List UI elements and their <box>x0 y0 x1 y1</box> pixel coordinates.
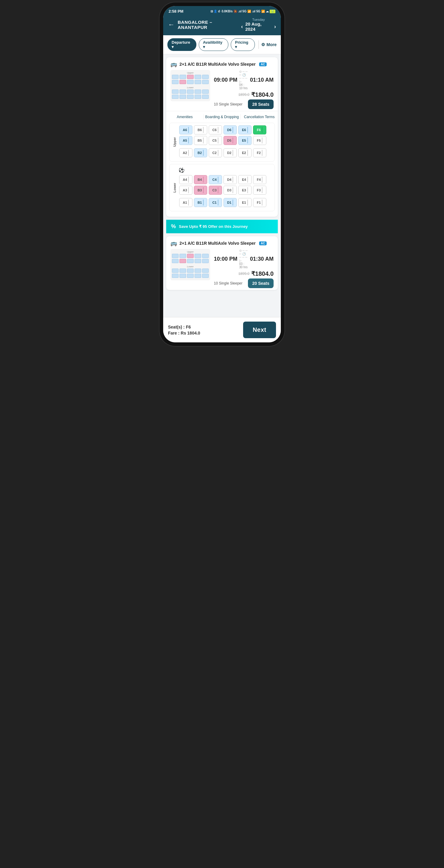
offer-icon: % <box>171 223 176 230</box>
seat-E2[interactable]: E2 <box>238 148 251 157</box>
bottom-seat-info: Seat(s) : F6 <box>168 324 200 330</box>
bottom-fare-value: Rs 1804.0 <box>181 331 200 336</box>
single-sleeper-label-1: Single Sleeper <box>219 102 242 106</box>
seat-C4[interactable]: C4 <box>209 175 222 184</box>
seat-B4-ladies[interactable]: B4 <box>194 175 207 184</box>
seat-E5[interactable]: E5 <box>238 136 251 145</box>
seat-F2[interactable]: F2 <box>253 148 266 157</box>
status-bar: 2:58 PM ⊟ 👤 d ·3.0KB/s 🔕 .ul 5G 📶 .ul 5G… <box>163 6 281 16</box>
availability-filter[interactable]: Availibility ▾ <box>199 38 229 51</box>
single-sleeper-count-2: 10 <box>214 281 218 285</box>
route-title: BANGALORE – ANANTAPUR <box>178 20 241 30</box>
seat-D3[interactable]: D3 <box>224 186 237 195</box>
seats-button-2[interactable]: 20 Seats <box>248 278 273 288</box>
more-button[interactable]: ⚙ More <box>261 42 276 47</box>
header: ← BANGALORE – ANANTAPUR Tuesday ‹ 20 Aug… <box>163 16 281 35</box>
seat-A3[interactable]: A3 <box>179 186 193 195</box>
arrive-time-2: 01:30 AM <box>250 256 273 262</box>
arrive-time-1: 01:10 AM <box>250 77 273 83</box>
single-sleeper-count-1: 10 <box>214 102 218 106</box>
seat-E6[interactable]: E6 <box>238 125 251 134</box>
seat-A5[interactable]: A5 <box>179 136 193 145</box>
seat-E3[interactable]: E3 <box>238 186 251 195</box>
seat-B5[interactable]: B5 <box>194 136 207 145</box>
discounted-price-1: ₹1804.0 <box>251 91 273 98</box>
content-area: 🚌 2+1 A/C B11R MultiAxle Volvo Sleeper A… <box>163 54 281 317</box>
duration-1: 04 : 10 hrs <box>239 83 248 90</box>
soccer-icon: ⚽ <box>179 167 185 173</box>
depart-time-2: 10:00 PM <box>214 256 237 262</box>
seat-F5[interactable]: F5 <box>253 136 266 145</box>
bottom-info: Seat(s) : F6 Fare : Rs 1804.0 <box>168 324 200 336</box>
filter-bar: Departure ▾ Availibility ▾ Pricing ▾ ⚙ M… <box>163 35 281 54</box>
bus-name-2: 2+1 A/C B11R MultiAxle Volvo Sleeper <box>179 241 256 246</box>
next-button[interactable]: Next <box>243 321 276 338</box>
cancellation-tab[interactable]: Cancellation Terms <box>241 114 278 120</box>
seat-A2[interactable]: A2 <box>179 148 193 157</box>
bottom-seat-value: F6 <box>186 324 190 330</box>
discounted-price-2: ₹1804.0 <box>251 270 273 277</box>
bus-card-2: 🚌 2+1 A/C B11R MultiAxle Volvo Sleeper A… <box>166 236 278 290</box>
seat-A4[interactable]: A4 <box>179 175 193 184</box>
seat-D5-ladies[interactable]: D5 <box>224 136 237 145</box>
seat-A6[interactable]: A6 <box>179 125 193 134</box>
seat-D2[interactable]: D2 <box>224 148 237 157</box>
seat-B2[interactable]: B2 <box>194 148 207 157</box>
amenities-tab[interactable]: Amenities <box>166 114 204 120</box>
seat-B1[interactable]: B1 <box>194 198 207 207</box>
bus-card-2-header: 🚌 2+1 A/C B11R MultiAxle Volvo Sleeper A… <box>166 236 278 249</box>
seat-D4[interactable]: D4 <box>224 175 237 184</box>
seat-A1[interactable]: A1 <box>179 198 193 207</box>
upper-section: Upper A6 B6 C6 D6 E6 F6 <box>169 123 275 161</box>
back-button[interactable]: ← <box>168 21 175 29</box>
lower-seat-grid: A4 B4 C4 D4 E4 F4 A3 B3 C3 <box>179 175 272 209</box>
seat-D6[interactable]: D6 <box>224 125 237 134</box>
offer-text: Save Upto ₹ 95 Offer on this Journey <box>179 224 248 229</box>
departure-filter[interactable]: Departure ▾ <box>168 38 196 51</box>
date-label: Tuesday <box>252 18 265 22</box>
next-date-button[interactable]: › <box>274 24 276 30</box>
boarding-tab[interactable]: Boarding & Dropping <box>204 114 241 120</box>
duration-2: 03 : 30 hrs <box>239 262 248 269</box>
filter-divider <box>259 40 259 49</box>
lower-label: Lower <box>172 167 177 209</box>
bus-icon: 🚌 <box>171 61 177 67</box>
seat-E1[interactable]: E1 <box>238 198 251 207</box>
bus-card-1-header: 🚌 2+1 A/C B11R MultiAxle Volvo Sleeper A… <box>166 57 278 70</box>
bus-name-1: 2+1 A/C B11R MultiAxle Volvo Sleeper <box>179 62 256 67</box>
seat-C6[interactable]: C6 <box>209 125 222 134</box>
seat-F6-selected[interactable]: F6 <box>253 125 266 134</box>
lower-section: ⚽ Lower A4 B4 C4 D4 E4 F4 <box>169 164 275 211</box>
upper-label: Upper <box>172 125 177 159</box>
bus-icon-2: 🚌 <box>171 240 177 247</box>
bottom-bar: Seat(s) : F6 Fare : Rs 1804.0 Next <box>163 317 281 342</box>
current-date: 20 Aug, 2024 <box>245 22 272 32</box>
seat-B3-ladies[interactable]: B3 <box>194 186 207 195</box>
seat-C5[interactable]: C5 <box>209 136 222 145</box>
mini-seat-layout: Upper Lower <box>171 70 210 101</box>
original-price-1: 1899.0 <box>238 93 249 97</box>
seat-F3[interactable]: F3 <box>253 186 266 195</box>
seat-E4[interactable]: E4 <box>238 175 251 184</box>
seat-C1[interactable]: C1 <box>209 198 222 207</box>
seat-C3-ladies[interactable]: C3 <box>209 186 222 195</box>
seat-C2[interactable]: C2 <box>209 148 222 157</box>
bus-card-1: 🚌 2+1 A/C B11R MultiAxle Volvo Sleeper A… <box>166 57 278 217</box>
depart-time-1: 09:00 PM <box>214 77 237 83</box>
seat-B6[interactable]: B6 <box>194 125 207 134</box>
mini-seat-layout-2: Upper Lower <box>171 249 210 280</box>
bottom-fare-info: Fare : Rs 1804.0 <box>168 331 200 336</box>
pricing-filter[interactable]: Pricing ▾ <box>231 38 255 51</box>
prev-date-button[interactable]: ‹ <box>241 24 243 30</box>
expanded-seat-section: Upper A6 B6 C6 D6 E6 F6 <box>166 123 278 217</box>
seat-F1[interactable]: F1 <box>253 198 266 207</box>
offer-banner: % Save Upto ₹ 95 Offer on this Journey <box>166 220 278 233</box>
upper-seat-grid: A6 B6 C6 D6 E6 F6 A5 B5 C5 <box>179 125 272 159</box>
seat-F4[interactable]: F4 <box>253 175 266 184</box>
seats-button-1[interactable]: 28 Seats <box>248 99 273 109</box>
ac-badge-2: AC <box>259 241 266 245</box>
single-sleeper-label-2: Single Sleeper <box>219 281 242 285</box>
original-price-2: 1899.0 <box>238 272 249 276</box>
amenities-row-1: Amenities Boarding & Dropping Cancellati… <box>166 111 278 123</box>
seat-D1[interactable]: D1 <box>224 198 237 207</box>
